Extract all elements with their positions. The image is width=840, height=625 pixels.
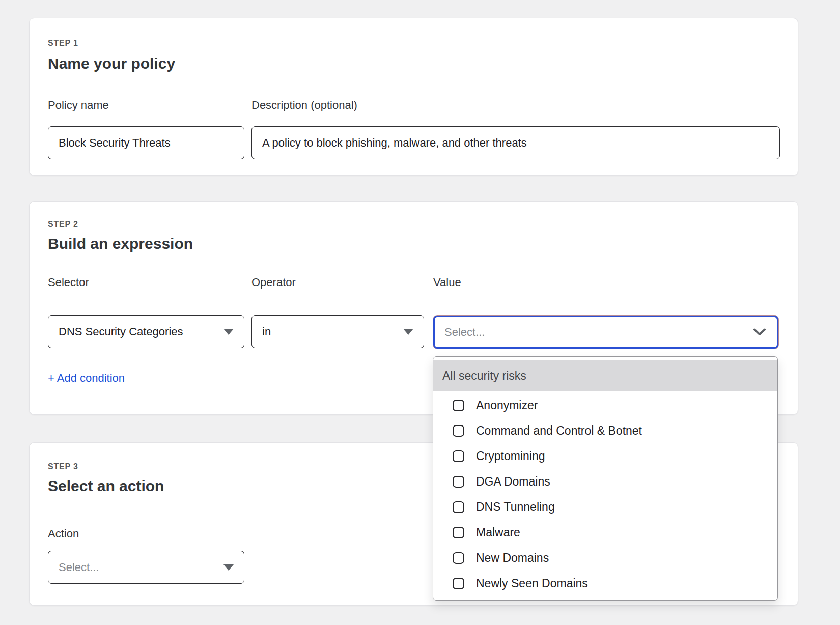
option-label: DGA Domains	[476, 475, 550, 489]
option-label: Anonymizer	[476, 399, 538, 412]
option-label: Malware	[476, 526, 520, 539]
action-label: Action	[48, 527, 244, 541]
step3-label: STEP 3	[48, 462, 78, 471]
option-label: Cryptomining	[476, 449, 545, 463]
option-label: Newly Seen Domains	[476, 577, 588, 590]
dropdown-option[interactable]: DNS Tunneling	[433, 494, 777, 520]
description-label: Description (optional)	[251, 99, 780, 112]
description-input[interactable]	[251, 126, 780, 159]
value-placeholder: Select...	[444, 326, 753, 339]
option-checkbox[interactable]	[453, 552, 464, 564]
operator-dropdown[interactable]: in	[251, 315, 424, 348]
value-multiselect[interactable]: Select...	[433, 316, 778, 349]
option-checkbox[interactable]	[453, 578, 464, 589]
selector-dropdown-value: DNS Security Categories	[59, 325, 218, 338]
dropdown-group-header[interactable]: All security risks	[433, 360, 777, 391]
selector-dropdown[interactable]: DNS Security Categories	[48, 315, 244, 348]
option-checkbox[interactable]	[453, 527, 464, 538]
option-checkbox[interactable]	[453, 400, 464, 411]
step1-title: Name your policy	[48, 55, 175, 72]
action-dropdown[interactable]: Select...	[48, 551, 244, 584]
selector-label: Selector	[48, 276, 244, 289]
option-label: DNS Tunneling	[476, 500, 555, 514]
dropdown-options-list: Anonymizer Command and Control & Botnet …	[433, 392, 777, 596]
option-checkbox[interactable]	[453, 501, 464, 513]
policy-name-label: Policy name	[48, 99, 244, 112]
dropdown-option[interactable]: DGA Domains	[433, 469, 777, 494]
dropdown-option[interactable]: Anonymizer	[433, 392, 777, 418]
dropdown-option[interactable]: Newly Seen Domains	[433, 571, 777, 596]
dropdown-option[interactable]: Malware	[433, 520, 777, 545]
dropdown-arrow-icon	[223, 564, 234, 571]
option-checkbox[interactable]	[453, 450, 464, 462]
dropdown-arrow-icon	[403, 329, 413, 335]
dropdown-arrow-icon	[223, 329, 234, 335]
option-label: New Domains	[476, 551, 549, 565]
operator-label: Operator	[251, 276, 424, 289]
option-checkbox[interactable]	[453, 425, 464, 437]
add-condition-link[interactable]: + Add condition	[48, 372, 125, 385]
step3-title: Select an action	[48, 477, 164, 495]
policy-name-input[interactable]	[48, 126, 244, 159]
dropdown-option[interactable]: Cryptomining	[433, 443, 777, 469]
step2-label: STEP 2	[48, 220, 78, 229]
step2-title: Build an expression	[48, 235, 193, 252]
option-label: Command and Control & Botnet	[476, 424, 642, 438]
value-dropdown-panel: All security risks Anonymizer Command an…	[433, 356, 778, 601]
value-label: Value	[433, 276, 778, 289]
dropdown-option[interactable]: New Domains	[433, 545, 777, 571]
option-checkbox[interactable]	[453, 476, 464, 488]
dropdown-option[interactable]: Command and Control & Botnet	[433, 418, 777, 443]
action-dropdown-placeholder: Select...	[59, 561, 218, 574]
operator-dropdown-value: in	[262, 325, 398, 338]
chevron-down-icon	[753, 328, 766, 336]
step1-card: STEP 1 Name your policy Policy name Desc…	[29, 18, 798, 176]
step1-label: STEP 1	[48, 39, 78, 48]
